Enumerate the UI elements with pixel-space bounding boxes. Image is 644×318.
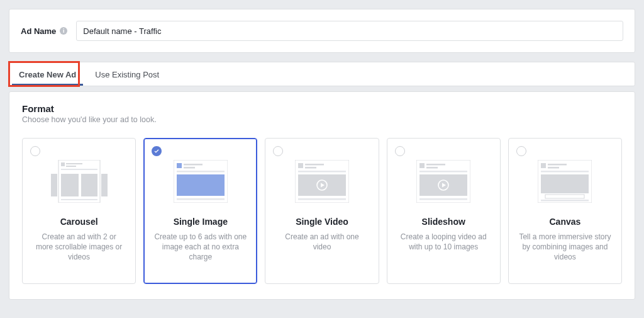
format-cards: Carousel Create an ad with 2 or more scr… [22,138,622,284]
format-option-single-video[interactable]: Single Video Create an ad with one video [265,138,379,284]
svg-rect-37 [541,171,589,173]
svg-rect-28 [426,167,438,169]
tab-create-new-ad[interactable]: Create New Ad [9,62,86,86]
svg-rect-7 [61,174,79,196]
svg-rect-18 [298,163,303,168]
format-card-title: Single Video [272,217,372,227]
svg-rect-38 [541,174,589,193]
tab-use-existing-post[interactable]: Use Existing Post [86,62,169,86]
svg-rect-16 [177,198,225,200]
svg-rect-32 [419,198,467,200]
canvas-thumbnail [515,150,615,213]
format-card-desc: Create an ad with one video [272,232,372,252]
svg-rect-9 [61,199,97,200]
svg-rect-24 [298,198,346,200]
svg-rect-11 [177,163,182,168]
format-subtitle: Choose how you'd like your ad to look. [22,115,622,124]
format-card-title: Single Image [150,217,250,227]
svg-rect-20 [305,167,316,169]
format-panel: Format Choose how you'd like your ad to … [9,91,635,300]
ad-name-panel: Ad Name i [9,9,635,53]
ad-name-label: Ad Name [21,26,56,36]
format-option-carousel[interactable]: Carousel Create an ad with 2 or more scr… [22,138,136,284]
svg-rect-40 [541,200,589,202]
slideshow-thumbnail [394,150,494,213]
radio-icon [30,146,40,156]
svg-rect-14 [177,171,225,173]
radio-icon [395,146,405,156]
svg-rect-39 [545,195,584,198]
svg-rect-26 [419,163,425,168]
info-icon[interactable]: i [60,27,67,35]
ad-source-tabs: Create New Ad Use Existing Post [9,62,635,86]
svg-rect-3 [66,166,76,167]
svg-rect-8 [81,174,97,196]
svg-rect-5 [51,174,57,196]
svg-rect-35 [548,164,567,166]
svg-rect-27 [426,164,445,166]
svg-rect-2 [66,163,82,164]
svg-rect-34 [541,163,546,168]
svg-rect-4 [61,169,97,170]
format-card-title: Slideshow [394,217,494,227]
format-card-desc: Tell a more immersive story by combining… [515,232,615,263]
format-card-desc: Create up to 6 ads with one image each a… [150,232,250,263]
format-card-title: Canvas [515,217,615,227]
svg-rect-1 [61,162,65,166]
format-card-desc: Create a looping video ad with up to 10 … [394,232,494,252]
format-card-title: Carousel [29,217,129,227]
svg-rect-6 [101,174,108,196]
format-card-desc: Create an ad with 2 or more scrollable i… [29,232,129,263]
ad-name-input[interactable] [76,21,623,41]
single-video-thumbnail [272,150,372,213]
svg-rect-15 [177,174,225,196]
svg-rect-21 [298,171,346,173]
svg-rect-29 [419,171,467,173]
format-title: Format [22,103,622,114]
radio-icon [516,146,526,156]
format-option-single-image[interactable]: Single Image Create up to 6 ads with one… [143,138,257,284]
single-image-thumbnail [150,150,250,213]
format-option-canvas[interactable]: Canvas Tell a more immersive story by co… [508,138,622,284]
svg-rect-12 [184,164,203,166]
carousel-thumbnail [29,150,129,213]
svg-rect-13 [184,167,195,169]
svg-rect-19 [305,164,324,166]
svg-rect-36 [548,167,559,169]
format-option-slideshow[interactable]: Slideshow Create a looping video ad with… [387,138,501,284]
